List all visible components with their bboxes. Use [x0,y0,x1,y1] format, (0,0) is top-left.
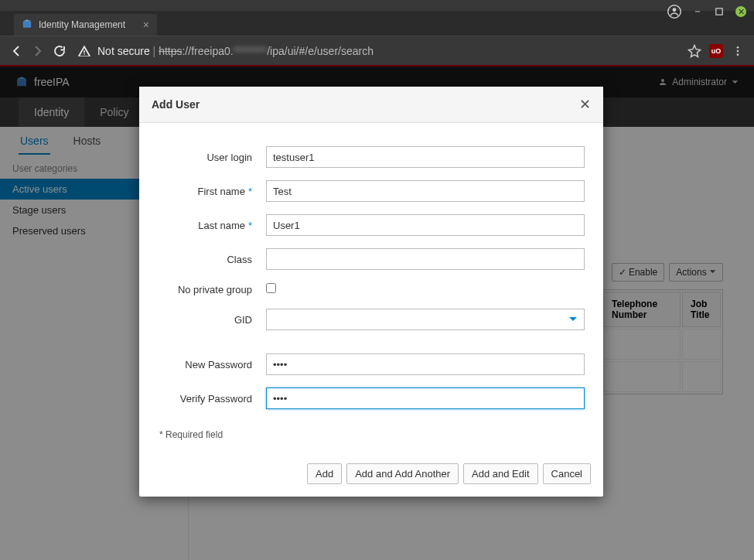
address-bar[interactable]: Not secure | https://freeipa0.********/i… [74,41,680,61]
modal-header: Add User ✕ [139,87,603,123]
label-last-name: Last name* [158,220,266,231]
add-user-modal: Add User ✕ User login First name* Last n… [139,87,603,497]
label-class: Class [158,254,266,265]
required-star-icon: * [248,186,252,197]
no-private-group-checkbox[interactable] [266,283,276,293]
browser-tab[interactable]: Identity Management × [14,14,157,36]
required-star-icon: * [248,220,252,231]
svg-point-4 [737,46,739,49]
window-close-icon[interactable]: ✕ [735,6,746,17]
tab-strip: Identity Management × [0,11,754,36]
add-button[interactable]: Add [307,463,342,484]
reload-icon[interactable] [53,44,67,58]
modal-title: Add User [152,98,200,111]
tab-title: Identity Management [39,19,125,30]
profile-icon[interactable] [667,5,681,19]
browser-toolbar: Not secure | https://freeipa0.********/i… [0,36,754,65]
svg-point-1 [673,8,677,12]
svg-rect-3 [23,21,32,27]
gid-select[interactable] [266,309,585,330]
cancel-button[interactable]: Cancel [543,463,591,484]
class-input[interactable] [266,248,585,270]
new-password-input[interactable] [266,353,585,375]
last-name-input[interactable] [266,214,585,236]
svg-point-6 [737,53,739,56]
address-text: Not secure | https://freeipa0.********/i… [97,45,374,57]
svg-rect-2 [716,9,722,15]
ublock-icon[interactable]: uO [709,44,723,58]
chevron-down-icon [568,315,578,324]
app-area: freeIPA Administrator Identity Policy Us… [0,65,754,560]
tab-close-icon[interactable]: × [143,20,149,29]
add-another-button[interactable]: Add and Add Another [346,463,459,484]
back-icon[interactable] [9,44,23,58]
add-edit-button[interactable]: Add and Edit [463,463,537,484]
required-hint: * Required field [158,422,585,440]
user-login-input[interactable] [266,146,585,168]
first-name-input[interactable] [266,180,585,202]
verify-password-input[interactable] [266,388,585,409]
label-no-private-group: No private group [158,284,266,295]
modal-close-icon[interactable]: ✕ [579,96,591,113]
modal-footer: Add Add and Add Another Add and Edit Can… [139,452,603,497]
modal-body: User login First name* Last name* Class … [139,123,603,452]
label-new-password: New Password [158,359,266,370]
label-verify-password: Verify Password [158,393,266,405]
window-titlebar [0,0,754,11]
minimize-icon[interactable]: － [692,6,703,17]
maximize-icon[interactable] [714,6,725,17]
label-first-name: First name* [158,186,266,197]
label-gid: GID [158,314,266,326]
tab-favicon-icon [22,19,32,32]
bookmark-star-icon[interactable] [687,44,701,58]
window-controls: － ✕ [667,5,746,19]
svg-point-5 [737,50,739,52]
kebab-menu-icon[interactable] [731,44,745,58]
insecure-warning-icon [77,44,91,58]
forward-icon[interactable] [31,44,45,58]
label-user-login: User login [158,152,266,163]
